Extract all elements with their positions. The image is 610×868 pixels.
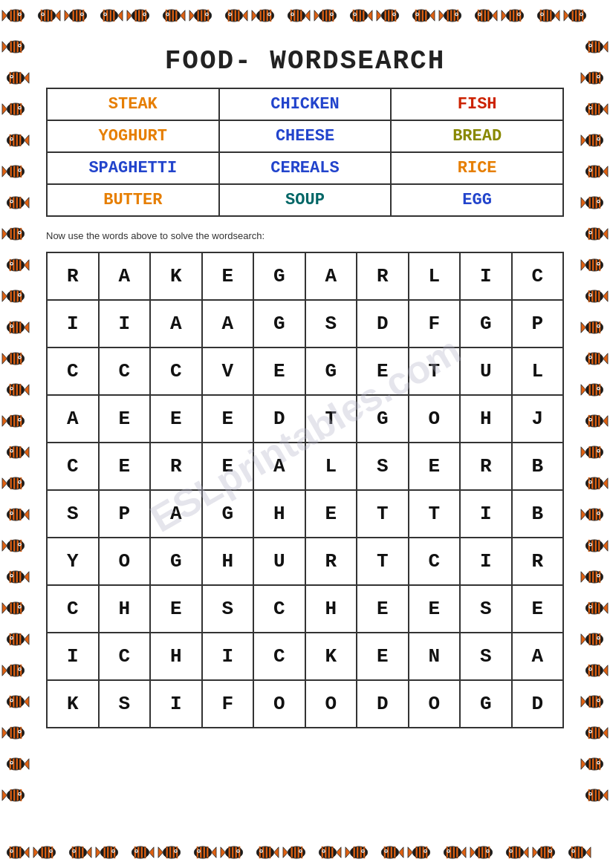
grid-cell: I: [47, 633, 99, 680]
grid-cell: V: [202, 347, 254, 395]
grid-cell: S: [460, 633, 512, 680]
word-cell: BUTTER: [47, 184, 219, 216]
word-table: STEAKCHICKENFISHYOGHURTCHEESEBREADSPAGHE…: [46, 88, 564, 217]
grid-cell: G: [460, 680, 512, 728]
grid-cell: I: [99, 300, 151, 347]
grid-cell: L: [512, 347, 564, 395]
page-title: FOOD- WORDSEARCH: [46, 46, 564, 76]
word-cell: BREAD: [391, 120, 563, 152]
grid-cell: A: [99, 252, 151, 300]
grid-cell: R: [357, 252, 409, 300]
grid-cell: E: [253, 347, 305, 395]
grid-cell: R: [512, 538, 564, 585]
grid-cell: E: [202, 252, 254, 300]
grid-cell: G: [305, 347, 357, 395]
grid-cell: O: [305, 680, 357, 728]
grid-cell: Y: [47, 538, 99, 585]
grid-cell: D: [253, 395, 305, 443]
grid-cell: E: [202, 395, 254, 443]
grid-cell: H: [305, 585, 357, 633]
grid-cell: A: [47, 395, 99, 443]
grid-cell: A: [150, 300, 202, 347]
grid-cell: E: [357, 347, 409, 395]
grid-cell: D: [357, 300, 409, 347]
grid-cell: H: [99, 585, 151, 633]
grid-cell: K: [305, 633, 357, 680]
grid-cell: C: [99, 633, 151, 680]
wordsearch-grid: RAKEGARLICIIAAGSDFGPCCCVEGETULAEEEDTGOHJ…: [46, 252, 564, 728]
grid-cell: D: [357, 680, 409, 728]
grid-cell: E: [202, 443, 254, 490]
grid-cell: T: [409, 490, 461, 538]
grid-cell: G: [460, 300, 512, 347]
grid-cell: G: [357, 395, 409, 443]
grid-cell: S: [305, 300, 357, 347]
grid-cell: E: [409, 443, 461, 490]
grid-cell: D: [512, 680, 564, 728]
grid-cell: E: [409, 585, 461, 633]
grid-cell: C: [47, 585, 99, 633]
grid-cell: C: [47, 347, 99, 395]
grid-cell: G: [150, 538, 202, 585]
word-cell: CEREALS: [219, 152, 392, 184]
grid-cell: E: [99, 395, 151, 443]
grid-cell: O: [253, 680, 305, 728]
grid-cell: F: [202, 680, 254, 728]
grid-cell: O: [99, 538, 151, 585]
word-cell: STEAK: [47, 88, 219, 120]
grid-cell: S: [202, 585, 254, 633]
grid-cell: E: [150, 585, 202, 633]
instructions-text: Now use the words above to solve the wor…: [46, 230, 564, 241]
grid-cell: C: [253, 585, 305, 633]
grid-cell: E: [512, 585, 564, 633]
grid-cell: G: [202, 490, 254, 538]
grid-cell: H: [202, 538, 254, 585]
grid-cell: A: [202, 300, 254, 347]
word-cell: CHICKEN: [219, 88, 392, 120]
grid-cell: I: [460, 252, 512, 300]
grid-cell: B: [512, 490, 564, 538]
word-cell: CHEESE: [219, 120, 392, 152]
grid-cell: T: [305, 395, 357, 443]
word-cell: FISH: [391, 88, 563, 120]
grid-cell: E: [150, 395, 202, 443]
word-cell: SOUP: [219, 184, 392, 216]
grid-cell: H: [150, 633, 202, 680]
grid-cell: H: [460, 395, 512, 443]
grid-cell: C: [512, 252, 564, 300]
grid-cell: A: [253, 443, 305, 490]
grid-cell: C: [253, 633, 305, 680]
grid-cell: T: [357, 538, 409, 585]
grid-cell: P: [512, 300, 564, 347]
grid-cell: S: [99, 680, 151, 728]
grid-cell: B: [512, 443, 564, 490]
grid-cell: J: [512, 395, 564, 443]
grid-cell: I: [47, 300, 99, 347]
grid-cell: L: [305, 443, 357, 490]
grid-cell: A: [150, 490, 202, 538]
grid-cell: S: [460, 585, 512, 633]
grid-cell: O: [409, 395, 461, 443]
grid-cell: R: [150, 443, 202, 490]
grid-cell: A: [512, 633, 564, 680]
page: FOOD- WORDSEARCH STEAKCHICKENFISHYOGHURT…: [0, 0, 610, 868]
grid-cell: A: [305, 252, 357, 300]
grid-cell: I: [460, 490, 512, 538]
grid-cell: P: [99, 490, 151, 538]
word-cell: YOGHURT: [47, 120, 219, 152]
grid-cell: C: [99, 347, 151, 395]
grid-cell: T: [357, 490, 409, 538]
grid-cell: G: [253, 252, 305, 300]
grid-cell: H: [253, 490, 305, 538]
grid-cell: S: [357, 443, 409, 490]
grid-cell: C: [150, 347, 202, 395]
word-cell: RICE: [391, 152, 563, 184]
grid-cell: T: [409, 347, 461, 395]
grid-cell: R: [305, 538, 357, 585]
grid-cell: G: [253, 300, 305, 347]
grid-cell: E: [357, 585, 409, 633]
grid-cell: I: [202, 633, 254, 680]
grid-cell: C: [47, 443, 99, 490]
grid-cell: S: [47, 490, 99, 538]
grid-cell: L: [409, 252, 461, 300]
